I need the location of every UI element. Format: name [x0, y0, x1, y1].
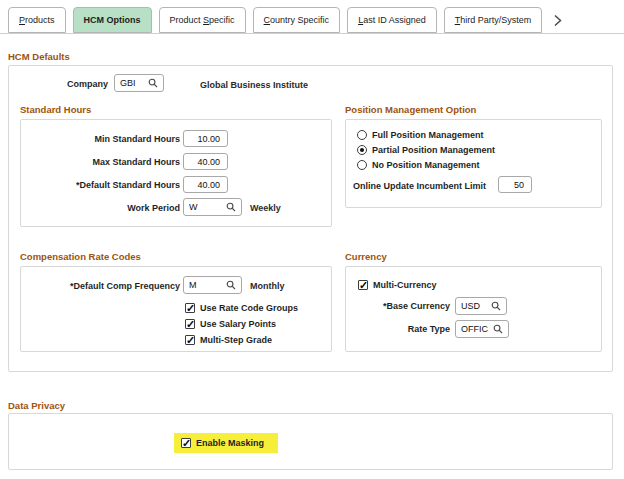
lookup-icon[interactable]: [493, 324, 503, 334]
default-comp-frequency-description: Monthly: [250, 281, 285, 291]
work-period-lookup-field: [183, 198, 242, 216]
multi-step-grade-row: Multi-Step Grade: [185, 335, 272, 345]
no-position-management-radio[interactable]: [357, 160, 367, 170]
tab-label: roducts: [25, 15, 55, 25]
tab-separator-line: [0, 33, 624, 34]
data-privacy-groupbox: [8, 413, 613, 470]
position-management-heading: Position Management Option: [345, 104, 476, 115]
rate-type-label: Rate Type: [345, 324, 450, 334]
radio-label: No Position Management: [372, 160, 480, 170]
max-standard-hours-input[interactable]: [183, 153, 228, 170]
enable-masking-highlight: Enable Masking: [174, 433, 278, 453]
partial-position-management-radio[interactable]: [357, 145, 367, 155]
default-standard-hours-label: *Default Standard Hours: [30, 180, 180, 190]
base-currency-label: *Base Currency: [345, 301, 450, 311]
lookup-icon[interactable]: [148, 78, 158, 88]
full-position-management-radio[interactable]: [357, 130, 367, 140]
checkbox-label: Enable Masking: [196, 438, 264, 448]
tab-country-specific[interactable]: Country Specific: [253, 7, 341, 33]
company-label: Company: [8, 79, 108, 89]
compensation-rate-codes-heading: Compensation Rate Codes: [20, 251, 141, 262]
lookup-icon[interactable]: [226, 280, 236, 290]
company-description: Global Business Institute: [200, 80, 308, 90]
rate-type-lookup-field: [455, 320, 509, 338]
tab-label: Product: [170, 15, 204, 25]
min-standard-hours-input[interactable]: [183, 130, 228, 147]
default-comp-frequency-label: *Default Comp Frequency: [30, 281, 180, 291]
tab-label: hird Party/System: [460, 15, 531, 25]
tab-hcm-options[interactable]: HCM Options: [73, 7, 152, 33]
tab-products[interactable]: Products: [8, 7, 66, 33]
rate-type-input[interactable]: [456, 321, 493, 337]
radio-label: Partial Position Management: [372, 145, 495, 155]
incumbent-limit-label: Online Update Incumbent Limit: [353, 181, 486, 191]
tab-product-specific[interactable]: Product Specific: [159, 7, 246, 33]
checkbox-label: Multi-Currency: [373, 280, 437, 290]
checkbox-label: Use Salary Points: [200, 319, 276, 329]
tab-label: HCM Options: [84, 15, 141, 25]
no-position-management-option: No Position Management: [357, 160, 480, 170]
tab-third-party-system[interactable]: Third Party/System: [444, 7, 543, 33]
company-input[interactable]: [115, 75, 148, 91]
tab-bar: Products HCM Options Product Specific Co…: [8, 7, 562, 33]
standard-hours-heading: Standard Hours: [20, 104, 91, 115]
partial-position-management-option: Partial Position Management: [357, 145, 495, 155]
incumbent-limit-input[interactable]: [498, 176, 532, 193]
min-standard-hours-label: Min Standard Hours: [30, 134, 180, 144]
multi-step-grade-checkbox[interactable]: [185, 335, 195, 345]
currency-heading: Currency: [345, 251, 387, 262]
default-standard-hours-input[interactable]: [183, 176, 228, 193]
more-tabs-chevron-icon[interactable]: [553, 7, 562, 33]
lookup-icon[interactable]: [491, 301, 501, 311]
work-period-label: Work Period: [30, 203, 180, 213]
default-comp-frequency-lookup-field: [183, 276, 242, 294]
use-rate-code-groups-checkbox[interactable]: [185, 303, 195, 313]
checkbox-label: Multi-Step Grade: [200, 335, 272, 345]
multi-currency-row: Multi-Currency: [358, 280, 437, 290]
radio-label: Full Position Management: [372, 130, 484, 140]
work-period-description: Weekly: [250, 203, 281, 213]
multi-currency-checkbox[interactable]: [358, 280, 368, 290]
full-position-management-option: Full Position Management: [357, 130, 484, 140]
tab-label: pecific: [209, 15, 235, 25]
tab-last-id-assigned[interactable]: Last ID Assigned: [347, 7, 437, 33]
hcm-defaults-heading: HCM Defaults: [8, 51, 70, 62]
enable-masking-checkbox[interactable]: [181, 438, 191, 448]
base-currency-input[interactable]: [456, 298, 491, 314]
checkbox-label: Use Rate Code Groups: [200, 303, 298, 313]
base-currency-lookup-field: [455, 297, 507, 315]
default-comp-frequency-input[interactable]: [184, 277, 226, 293]
use-salary-points-checkbox[interactable]: [185, 319, 195, 329]
tab-label: ountry Specific: [270, 15, 329, 25]
use-rate-code-groups-row: Use Rate Code Groups: [185, 303, 298, 313]
data-privacy-heading: Data Privacy: [8, 400, 65, 411]
use-salary-points-row: Use Salary Points: [185, 319, 276, 329]
work-period-input[interactable]: [184, 199, 226, 215]
company-lookup-field: [114, 74, 164, 92]
lookup-icon[interactable]: [226, 202, 236, 212]
tab-label: ast ID Assigned: [363, 15, 426, 25]
max-standard-hours-label: Max Standard Hours: [30, 157, 180, 167]
installation-options-page: Products HCM Options Product Specific Co…: [0, 0, 624, 479]
